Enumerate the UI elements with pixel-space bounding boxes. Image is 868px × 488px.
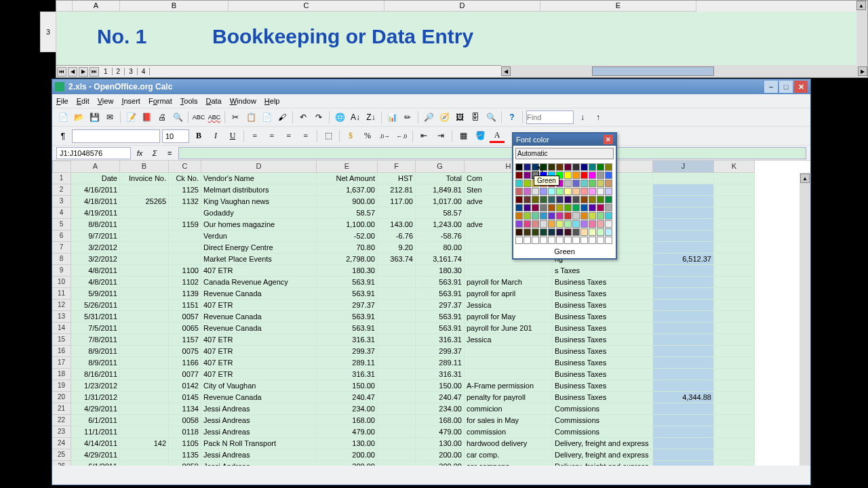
color-swatch[interactable] [589, 180, 596, 187]
cell[interactable]: 1,243.00 [416, 219, 465, 230]
italic-button[interactable]: I [208, 129, 223, 143]
hyperlink-icon[interactable]: 🌐 [333, 110, 347, 124]
cell[interactable] [653, 438, 714, 449]
scroll-up-icon[interactable]: ▲ [800, 174, 810, 183]
sort-asc-icon[interactable]: A↓ [349, 110, 362, 124]
color-swatch[interactable] [540, 220, 547, 228]
cell[interactable] [714, 357, 755, 369]
cell[interactable] [169, 230, 201, 242]
cell[interactable] [378, 311, 416, 323]
sheet-tab-4[interactable]: 4 [138, 68, 151, 75]
cell[interactable]: payroll for March [465, 277, 553, 288]
open-icon[interactable]: 📂 [72, 110, 85, 124]
cell[interactable]: Delivery, freight and express [553, 461, 653, 466]
cell[interactable]: 563.91 [416, 323, 465, 334]
row-header-4[interactable]: 4 [52, 207, 71, 219]
header-cell[interactable]: Total [416, 173, 465, 184]
cell[interactable] [653, 403, 714, 415]
cell[interactable]: 900.00 [317, 196, 378, 207]
color-swatch[interactable] [548, 228, 555, 236]
chart-icon[interactable]: 📊 [385, 110, 399, 124]
color-swatch[interactable] [572, 171, 580, 179]
outer-vertical-scrollbar[interactable]: ▲ [856, 1, 867, 66]
cell[interactable]: Business Taxes [553, 380, 653, 392]
cell[interactable]: 5/9/2011 [71, 288, 120, 300]
color-swatch[interactable] [605, 228, 612, 236]
color-swatch[interactable] [597, 204, 604, 211]
color-swatch[interactable] [515, 212, 523, 220]
cell[interactable]: -52.00 [317, 230, 378, 242]
cell[interactable]: Business Taxes [553, 392, 653, 403]
color-swatch[interactable] [597, 228, 604, 236]
header-cell[interactable]: Vendor's Name [201, 173, 317, 184]
row-header-8[interactable]: 8 [52, 253, 71, 265]
cell[interactable]: 180.30 [317, 265, 378, 277]
cell[interactable]: 316.31 [317, 334, 378, 346]
cell[interactable]: Commissions [553, 426, 653, 438]
cell[interactable]: 316.31 [416, 334, 465, 346]
cell[interactable] [653, 300, 714, 311]
color-swatch[interactable] [540, 204, 547, 211]
color-swatch[interactable] [580, 180, 588, 187]
cell[interactable]: Jessica [465, 334, 553, 346]
color-swatch[interactable] [597, 237, 604, 244]
cell[interactable]: 0059 [169, 461, 201, 466]
tab-nav-next-icon[interactable]: ▶ [79, 67, 88, 77]
zoom-icon[interactable]: 🔍 [484, 110, 498, 124]
cell[interactable]: 563.91 [416, 288, 465, 300]
cell[interactable]: 240.47 [416, 392, 465, 403]
cell[interactable]: Business Taxes [553, 311, 653, 323]
color-swatch[interactable] [580, 204, 588, 211]
spellcheck-icon[interactable]: ABC [192, 110, 205, 124]
cell[interactable] [465, 369, 553, 380]
formula-input[interactable] [178, 147, 806, 159]
save-icon[interactable]: 💾 [87, 110, 101, 124]
cell[interactable]: 7/5/2011 [71, 323, 120, 334]
cell[interactable] [120, 323, 169, 334]
color-swatch[interactable] [532, 228, 539, 236]
menu-window[interactable]: Window [230, 97, 256, 105]
color-swatch[interactable] [580, 171, 588, 179]
cell[interactable] [714, 300, 755, 311]
cell[interactable]: Godaddy [201, 207, 317, 219]
cell[interactable]: 1105 [169, 438, 201, 449]
cell[interactable] [378, 426, 416, 438]
row-header-22[interactable]: 22 [52, 415, 71, 426]
row-header-24[interactable]: 24 [52, 438, 71, 449]
color-swatch[interactable] [540, 196, 547, 203]
cell[interactable]: 1132 [169, 196, 201, 207]
color-swatch[interactable] [572, 196, 580, 203]
cell[interactable]: 1/23/2012 [71, 380, 120, 392]
cell[interactable]: 0077 [169, 369, 201, 380]
cell[interactable] [120, 357, 169, 369]
color-swatch[interactable] [532, 237, 539, 244]
align-right-icon[interactable]: ≡ [281, 129, 296, 143]
row-header-15[interactable]: 15 [52, 334, 71, 346]
color-swatch[interactable] [597, 212, 604, 220]
row-header-21[interactable]: 21 [52, 403, 71, 415]
cell[interactable]: 2,798.00 [317, 253, 378, 265]
cell[interactable] [120, 265, 169, 277]
color-swatch[interactable] [572, 228, 580, 236]
color-swatch[interactable] [605, 171, 612, 179]
row-header-6[interactable]: 6 [52, 230, 71, 242]
cell[interactable] [378, 346, 416, 357]
row-header-25[interactable]: 25 [52, 449, 71, 461]
color-swatch[interactable] [589, 171, 596, 179]
cell[interactable]: Jessi Andreas [201, 426, 317, 438]
cell[interactable]: 11/1/2011 [71, 426, 120, 438]
column-header-F[interactable]: F [378, 161, 416, 173]
color-swatch[interactable] [556, 212, 564, 220]
cell[interactable] [378, 277, 416, 288]
cell[interactable]: 563.91 [317, 288, 378, 300]
color-picker-titlebar[interactable]: Font color ✕ [513, 134, 616, 146]
cell[interactable]: 6/1/2011 [71, 415, 120, 426]
currency-icon[interactable]: $ [343, 129, 358, 143]
cell[interactable]: 563.91 [317, 277, 378, 288]
color-swatch[interactable] [572, 237, 580, 244]
cell[interactable] [378, 403, 416, 415]
cell[interactable]: 7/8/2011 [71, 334, 120, 346]
sheet-tab-2[interactable]: 2 [113, 68, 125, 75]
font-color-icon[interactable]: A [490, 129, 505, 143]
cell[interactable] [653, 357, 714, 369]
